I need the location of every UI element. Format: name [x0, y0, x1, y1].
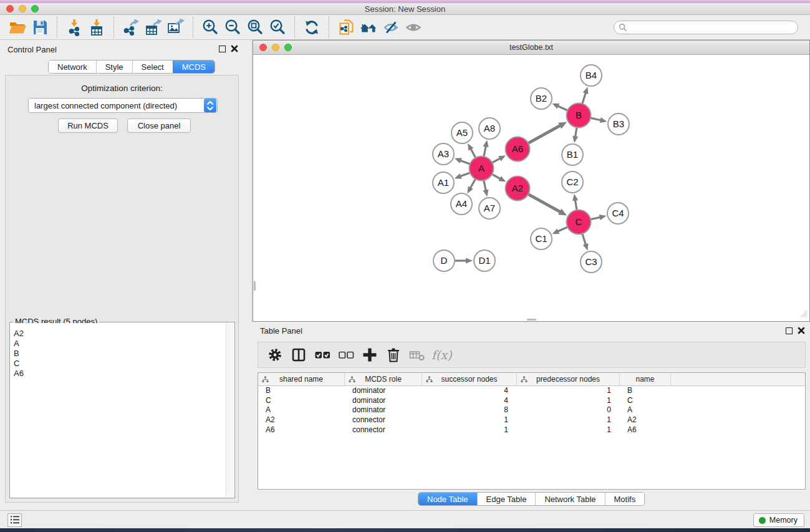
- add-column-icon[interactable]: [358, 344, 382, 366]
- edge-A-A5[interactable]: [470, 148, 475, 158]
- network-node-C[interactable]: C: [567, 210, 591, 235]
- mcds-result-list[interactable]: A2ABCA6: [11, 323, 225, 497]
- close-table-panel-icon[interactable]: [798, 327, 805, 334]
- network-node-A1[interactable]: A1: [433, 172, 454, 193]
- search-input[interactable]: [614, 21, 798, 34]
- network-node-A3[interactable]: A3: [433, 143, 454, 165]
- zoom-in-icon[interactable]: [199, 17, 221, 38]
- network-node-D1[interactable]: D1: [474, 250, 495, 271]
- home-icon[interactable]: [357, 17, 380, 38]
- zoom-out-icon[interactable]: [221, 17, 244, 38]
- column-header-name[interactable]: name: [620, 373, 671, 385]
- column-header-successor-nodes[interactable]: successor nodes: [422, 373, 517, 385]
- column-header-predecessor-nodes[interactable]: predecessor nodes: [517, 373, 620, 385]
- network-node-B2[interactable]: B2: [531, 88, 552, 109]
- network-hscroll-thumb[interactable]: [527, 319, 536, 321]
- edge-A-A3[interactable]: [460, 160, 470, 164]
- network-node-A7[interactable]: A7: [479, 198, 500, 219]
- result-item-A[interactable]: A: [11, 339, 225, 349]
- window-resize-grip[interactable]: [799, 309, 808, 319]
- float-table-panel-icon[interactable]: [786, 327, 793, 334]
- float-panel-icon[interactable]: [219, 46, 226, 52]
- edge-C-C1[interactable]: [557, 227, 568, 232]
- import-table-icon[interactable]: [85, 17, 108, 38]
- edge-B-B4[interactable]: [582, 92, 586, 104]
- result-item-A6[interactable]: A6: [11, 369, 225, 379]
- tab-network[interactable]: Network: [49, 60, 96, 73]
- edge-A-A4[interactable]: [470, 179, 476, 189]
- result-item-C[interactable]: C: [11, 359, 225, 369]
- network-vscroll-thumb[interactable]: [254, 281, 256, 291]
- network-node-B1[interactable]: B1: [562, 144, 583, 165]
- tab-select[interactable]: Select: [132, 60, 173, 73]
- table-row-C[interactable]: Cdominator41C: [258, 396, 805, 406]
- network-node-D[interactable]: D: [433, 250, 455, 271]
- network-node-A8[interactable]: A8: [479, 118, 500, 139]
- edge-B-B1[interactable]: [575, 127, 577, 137]
- save-session-icon[interactable]: [29, 17, 51, 38]
- memory-button[interactable]: Memory: [753, 513, 804, 527]
- duplicate-network-icon[interactable]: [335, 17, 357, 38]
- close-panel-icon[interactable]: [231, 45, 238, 52]
- delete-column-icon[interactable]: [382, 344, 405, 366]
- select-all-icon[interactable]: [311, 344, 334, 366]
- network-canvas[interactable]: AA1A2A3A4A5A6A7A8BB1B2B3B4CC1C2C3C4DD1: [254, 55, 809, 321]
- delete-table-icon[interactable]: [405, 344, 429, 366]
- columns-icon[interactable]: [287, 344, 311, 366]
- network-node-C1[interactable]: C1: [531, 228, 552, 249]
- edge-A-A8[interactable]: [484, 145, 486, 156]
- network-node-A5[interactable]: A5: [451, 122, 473, 143]
- network-node-C4[interactable]: C4: [607, 203, 629, 224]
- export-image-icon[interactable]: [165, 17, 187, 38]
- network-node-B3[interactable]: B3: [608, 114, 629, 135]
- edge-B-B2[interactable]: [557, 105, 568, 110]
- edge-A-A2[interactable]: [492, 174, 501, 179]
- tab-node-table[interactable]: Node Table: [418, 493, 477, 505]
- deselect-all-icon[interactable]: [334, 344, 358, 366]
- tab-style[interactable]: Style: [96, 60, 132, 73]
- settings-icon[interactable]: [263, 344, 287, 366]
- function-builder-icon[interactable]: f(x): [429, 348, 452, 362]
- network-node-A2[interactable]: A2: [506, 177, 530, 201]
- open-session-icon[interactable]: [6, 17, 29, 38]
- export-network-icon[interactable]: [120, 17, 142, 38]
- table-row-A6[interactable]: A6connector11A6: [258, 425, 805, 435]
- edge-A-A1[interactable]: [460, 173, 470, 177]
- edge-C-C2[interactable]: [575, 200, 577, 210]
- zoom-selected-icon[interactable]: [266, 17, 289, 38]
- column-header-shared-name[interactable]: shared name: [258, 373, 345, 385]
- table-row-A2[interactable]: A2connector11A2: [258, 415, 805, 425]
- tab-edge-table[interactable]: Edge Table: [477, 493, 536, 505]
- edge-A6-B[interactable]: [528, 125, 561, 143]
- result-scrollbar[interactable]: [226, 323, 234, 497]
- refresh-icon[interactable]: [301, 17, 323, 38]
- network-node-A6[interactable]: A6: [506, 137, 530, 162]
- network-node-B4[interactable]: B4: [581, 65, 602, 86]
- edge-C-C4[interactable]: [591, 217, 601, 220]
- result-item-B[interactable]: B: [11, 349, 225, 359]
- column-header-MCDS-role[interactable]: MCDS role: [345, 373, 422, 385]
- tab-network-table[interactable]: Network Table: [535, 493, 604, 505]
- task-history-button[interactable]: [7, 513, 22, 527]
- network-node-C3[interactable]: C3: [581, 251, 602, 273]
- import-network-icon[interactable]: [63, 17, 85, 38]
- edge-A-A7[interactable]: [484, 180, 486, 191]
- tab-motifs[interactable]: Motifs: [605, 493, 645, 505]
- edge-B-B3[interactable]: [591, 118, 602, 120]
- edge-A-A6[interactable]: [492, 158, 501, 162]
- show-details-icon[interactable]: [402, 17, 425, 38]
- network-node-A[interactable]: A: [470, 157, 494, 181]
- run-mcds-button[interactable]: Run MCDS: [58, 118, 118, 133]
- table-row-B[interactable]: Bdominator41B: [258, 386, 805, 396]
- network-node-A4[interactable]: A4: [451, 193, 472, 215]
- edge-A2-C[interactable]: [528, 194, 561, 212]
- criterion-dropdown[interactable]: largest connected component (directed): [28, 98, 218, 113]
- zoom-fit-icon[interactable]: [244, 17, 266, 38]
- network-node-C2[interactable]: C2: [562, 172, 583, 193]
- edge-C-C3[interactable]: [582, 234, 586, 246]
- close-panel-button[interactable]: Close panel: [127, 118, 191, 133]
- export-table-icon[interactable]: [142, 17, 165, 38]
- network-window-titlebar[interactable]: testGlobe.txt: [253, 41, 809, 55]
- table-row-A[interactable]: Adominator80A: [258, 405, 805, 415]
- result-item-A2[interactable]: A2: [11, 329, 225, 339]
